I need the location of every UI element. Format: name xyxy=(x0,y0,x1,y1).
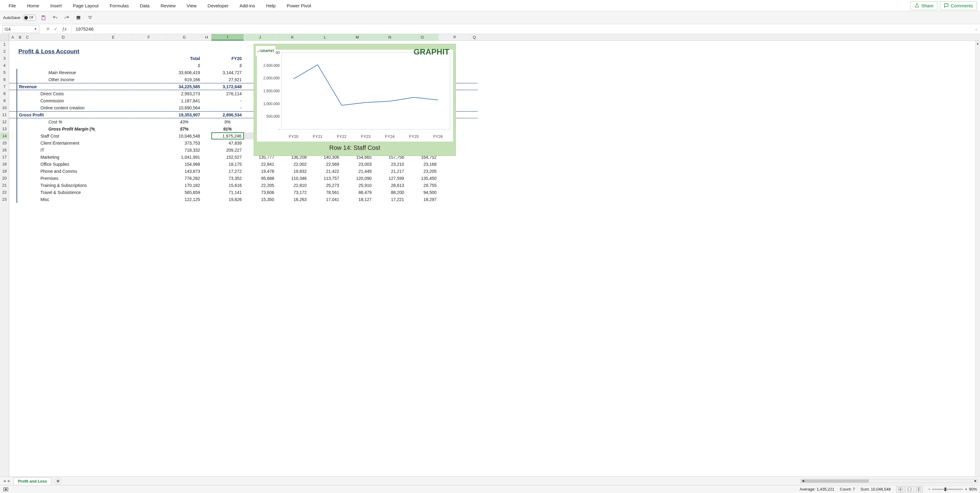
column-header-B[interactable]: B xyxy=(16,34,24,40)
cell-D10[interactable]: Online content creation xyxy=(31,104,95,111)
cell-N21[interactable]: 28,613 xyxy=(374,182,406,189)
cell-I17[interactable]: 152,527 xyxy=(212,154,244,161)
formula-bar[interactable]: 1975246 xyxy=(71,25,972,33)
cell-G13[interactable]: 57% xyxy=(167,125,202,132)
cell-Q19[interactable] xyxy=(471,168,478,175)
column-header-I[interactable]: I xyxy=(212,34,244,40)
column-header-G[interactable]: G xyxy=(167,34,202,40)
name-box[interactable]: I14 ▼ xyxy=(2,25,39,33)
cell-F23[interactable] xyxy=(131,196,167,203)
ribbon-tab-add-ins[interactable]: Add-ins xyxy=(234,1,261,11)
cell-I3[interactable]: FY20 xyxy=(212,55,244,62)
cell-B2[interactable]: Profit & Loss Account xyxy=(16,48,95,55)
cell-Q18[interactable] xyxy=(471,161,478,168)
cell-C6[interactable] xyxy=(24,76,31,83)
chart-embed[interactable]: 📈GRAPHIT GRAPHIT -500,0001,000,0001,500,… xyxy=(254,44,456,156)
cell-C9[interactable] xyxy=(24,97,31,104)
column-header-Q[interactable]: Q xyxy=(471,34,478,40)
cell-D23[interactable]: Misc xyxy=(31,196,95,203)
cell-B1[interactable] xyxy=(16,41,24,48)
normal-view-button[interactable] xyxy=(896,486,904,492)
cell-Q11[interactable] xyxy=(471,111,478,118)
row-header-6[interactable]: 6 xyxy=(0,76,9,83)
cell-H3[interactable] xyxy=(202,55,212,62)
cell-B9[interactable] xyxy=(16,97,24,104)
ribbon-tab-formulas[interactable]: Formulas xyxy=(104,1,135,11)
row-header-4[interactable]: 4 xyxy=(0,62,9,69)
cell-H10[interactable] xyxy=(202,104,212,111)
cell-G16[interactable]: 718,332 xyxy=(167,146,202,154)
cell-L22[interactable]: 78,561 xyxy=(309,189,341,196)
cell-I5[interactable]: 3,144,727 xyxy=(212,69,244,76)
cell-D13[interactable]: Gross Profit Margin (%) xyxy=(31,125,95,132)
cell-B5[interactable] xyxy=(16,69,24,76)
cell-E2[interactable] xyxy=(95,48,131,55)
cell-Q6[interactable] xyxy=(471,76,478,83)
row-header-11[interactable]: 11 xyxy=(0,111,9,118)
row-header-1[interactable]: 1 xyxy=(0,41,9,48)
cell-H20[interactable] xyxy=(202,175,212,182)
cell-A14[interactable] xyxy=(9,132,16,139)
cell-I6[interactable]: 27,921 xyxy=(212,76,244,83)
row-header-10[interactable]: 10 xyxy=(0,104,9,111)
cell-H7[interactable] xyxy=(202,83,212,90)
cell-B6[interactable] xyxy=(16,76,24,83)
cell-G20[interactable]: 776,282 xyxy=(167,175,202,182)
cell-Q12[interactable] xyxy=(471,118,478,125)
cell-P21[interactable] xyxy=(439,182,471,189)
cell-F8[interactable] xyxy=(131,90,167,97)
column-header-L[interactable]: L xyxy=(309,34,341,40)
ribbon-tab-review[interactable]: Review xyxy=(155,1,181,11)
cell-A23[interactable] xyxy=(9,196,16,203)
cell-E8[interactable] xyxy=(95,90,131,97)
cell-H13[interactable] xyxy=(202,125,212,132)
cell-G22[interactable]: 565,659 xyxy=(167,189,202,196)
row-header-8[interactable]: 8 xyxy=(0,90,9,97)
cancel-icon[interactable]: ✕ xyxy=(46,26,50,32)
cell-I10[interactable]: - xyxy=(212,104,244,111)
cell-I7[interactable]: 3,172,648 xyxy=(212,83,244,90)
cell-I23[interactable]: 19,826 xyxy=(212,196,244,203)
row-header-21[interactable]: 21 xyxy=(0,182,9,189)
cell-B7[interactable]: Revenue xyxy=(16,83,95,90)
cell-P19[interactable] xyxy=(439,168,471,175)
chevron-down-icon[interactable]: ▼ xyxy=(34,27,37,31)
cell-C23[interactable] xyxy=(24,196,31,203)
cell-M20[interactable]: 120,090 xyxy=(341,175,374,182)
cell-M23[interactable]: 18,127 xyxy=(341,196,374,203)
vertical-scrollbar[interactable]: ▲ xyxy=(975,41,980,477)
cell-I14[interactable]: 1,975,246 xyxy=(212,132,244,139)
cell-E6[interactable] xyxy=(95,76,131,83)
cell-G6[interactable]: 619,166 xyxy=(167,76,202,83)
cell-O20[interactable]: 135,450 xyxy=(406,175,439,182)
cell-E13[interactable] xyxy=(95,125,131,132)
cell-E18[interactable] xyxy=(95,161,131,168)
cell-H5[interactable] xyxy=(202,69,212,76)
cell-G15[interactable]: 373,753 xyxy=(167,139,202,146)
cell-A5[interactable] xyxy=(9,69,16,76)
cell-J23[interactable]: 15,350 xyxy=(244,196,276,203)
row-header-13[interactable]: 13 xyxy=(0,125,9,132)
cell-E19[interactable] xyxy=(95,168,131,175)
share-button[interactable]: Share xyxy=(910,1,937,10)
ribbon-tab-view[interactable]: View xyxy=(181,1,202,11)
cell-E23[interactable] xyxy=(95,196,131,203)
cell-G8[interactable]: 2,993,273 xyxy=(167,90,202,97)
cell-H9[interactable] xyxy=(202,97,212,104)
cell-A18[interactable] xyxy=(9,161,16,168)
cell-D16[interactable]: IT xyxy=(31,146,95,154)
column-header-F[interactable]: F xyxy=(131,34,167,40)
cell-P22[interactable] xyxy=(439,189,471,196)
cell-I1[interactable] xyxy=(212,41,244,48)
cell-D1[interactable] xyxy=(31,41,95,48)
row-header-19[interactable]: 19 xyxy=(0,168,9,175)
cell-O21[interactable]: 29,755 xyxy=(406,182,439,189)
cell-D15[interactable]: Client Entertainment xyxy=(31,139,95,146)
row-header-5[interactable]: 5 xyxy=(0,69,9,76)
cell-Q17[interactable] xyxy=(471,154,478,161)
cell-Q21[interactable] xyxy=(471,182,478,189)
cell-D21[interactable]: Training & Subscriptions xyxy=(31,182,95,189)
cell-O23[interactable]: 18,297 xyxy=(406,196,439,203)
cell-H12[interactable] xyxy=(202,118,212,125)
column-header-C[interactable]: C xyxy=(24,34,31,40)
